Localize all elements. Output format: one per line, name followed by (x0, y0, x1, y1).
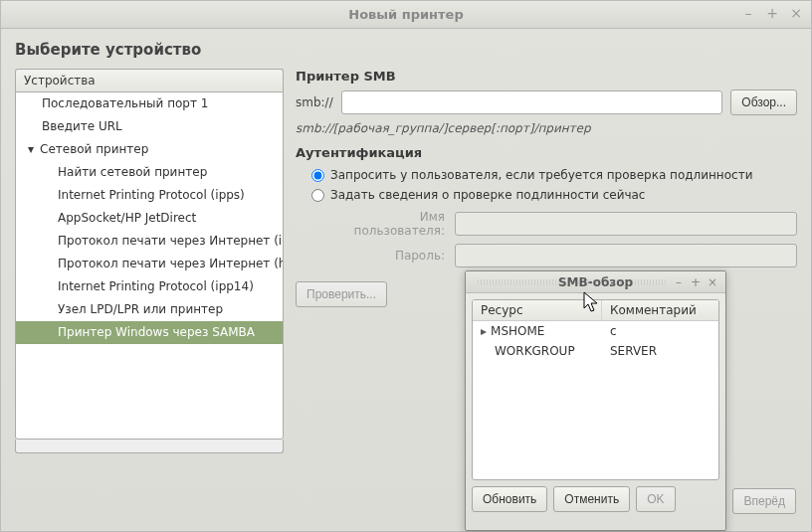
dialog-minimize-icon[interactable]: – (672, 275, 686, 289)
window-controls: – + × (739, 5, 805, 23)
auth-radio-set[interactable]: Задать сведения о проверке подлинности с… (307, 186, 797, 204)
close-icon[interactable]: × (787, 5, 805, 23)
refresh-button[interactable]: Обновить (472, 486, 547, 512)
smb-uri-hint: smb://[рабочая_группа/]сервер[:порт]/при… (296, 121, 797, 135)
grid-header: Ресурс Комментарий (473, 300, 718, 321)
horizontal-scrollbar[interactable] (15, 440, 284, 453)
password-input (455, 244, 797, 267)
tree-item[interactable]: Internet Printing Protocol (ipp14) (16, 275, 283, 298)
dialog-close-icon[interactable]: × (706, 275, 719, 289)
grid-row[interactable]: MSHOME c (473, 321, 718, 341)
auth-radio-prompt[interactable]: Запросить у пользователя, если требуется… (307, 166, 797, 184)
tree-item[interactable]: Последовательный порт 1 (16, 92, 283, 115)
minimize-icon[interactable]: – (739, 5, 757, 23)
tree-item[interactable]: AppSocket/HP JetDirect (16, 207, 283, 230)
tree-item[interactable]: Протокол печати через Интернет (ipp) (16, 230, 283, 253)
maximize-icon[interactable]: + (763, 5, 781, 23)
dialog-ok-button: OK (636, 486, 675, 512)
tree-item[interactable]: Узел LPD/LPR или принтер (16, 298, 283, 321)
window-titlebar[interactable]: Новый принтер – + × (1, 1, 811, 29)
auth-radio-prompt-input[interactable] (311, 169, 324, 182)
auth-section-title: Аутентификация (296, 145, 797, 160)
smb-resource-grid[interactable]: Ресурс Комментарий MSHOME c WORKGROUP SE… (472, 299, 719, 480)
tree-item-samba[interactable]: Принтер Windows через SAMBA (16, 321, 283, 344)
row-comment: c (602, 321, 718, 341)
auth-radio-set-input[interactable] (311, 189, 324, 202)
smb-browse-dialog: SMB-обзор – + × Ресурс Комментарий MSHOM… (465, 270, 726, 531)
row-expander-icon[interactable] (481, 324, 491, 338)
dialog-titlebar[interactable]: SMB-обзор – + × (466, 271, 725, 293)
row-resource: MSHOME (491, 324, 544, 338)
dialog-cancel-button[interactable]: Отменить (553, 486, 630, 512)
smb-uri-input[interactable] (341, 90, 723, 114)
dialog-controls: – + × (672, 275, 719, 289)
tree-item[interactable]: Найти сетевой принтер (16, 161, 283, 184)
tree-item[interactable]: Internet Printing Protocol (ipps) (16, 184, 283, 207)
device-tree[interactable]: Последовательный порт 1 Введите URL Сете… (15, 91, 284, 440)
page-heading: Выберите устройство (15, 41, 797, 59)
password-label: Пароль: (325, 249, 445, 263)
smb-uri-prefix: smb:// (296, 95, 333, 109)
tree-item[interactable]: Протокол печати через Интернет (https) (16, 253, 283, 275)
dialog-maximize-icon[interactable]: + (689, 275, 703, 289)
username-label: Имя пользователя: (325, 210, 445, 238)
row-comment: SERVER (602, 341, 718, 361)
col-resource[interactable]: Ресурс (473, 300, 602, 320)
browse-button[interactable]: Обзор... (730, 89, 797, 115)
tree-group-network[interactable]: Сетевой принтер (16, 138, 283, 161)
username-input (455, 212, 797, 236)
auth-radio-set-label: Задать сведения о проверке подлинности с… (330, 188, 645, 202)
forward-button: Вперёд (732, 488, 796, 514)
device-list-header: Устройства (15, 69, 284, 91)
device-list-panel: Устройства Последовательный порт 1 Введи… (15, 69, 284, 453)
window-title: Новый принтер (348, 7, 463, 22)
smb-section-title: Принтер SMB (296, 69, 797, 84)
tree-item[interactable]: Введите URL (16, 115, 283, 138)
col-comment[interactable]: Комментарий (602, 300, 718, 320)
dialog-buttons: Обновить Отменить OK (466, 486, 725, 518)
verify-button: Проверить... (296, 281, 387, 307)
grid-row[interactable]: WORKGROUP SERVER (473, 341, 718, 361)
dialog-title: SMB-обзор (558, 275, 633, 289)
auth-radio-prompt-label: Запросить у пользователя, если требуется… (330, 168, 752, 182)
row-resource: WORKGROUP (473, 341, 602, 361)
